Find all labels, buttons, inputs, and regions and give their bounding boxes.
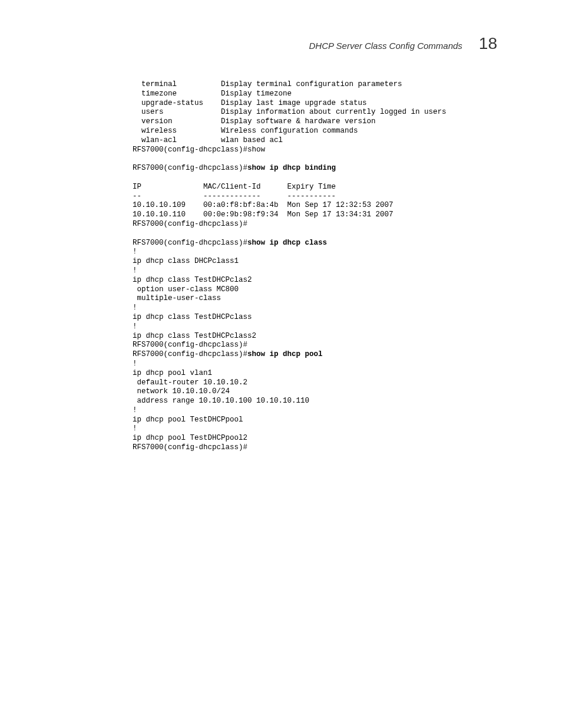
page: DHCP Server Class Config Commands 18 ter… — [0, 0, 562, 728]
header-title: DHCP Server Class Config Commands — [309, 41, 462, 51]
chapter-number: 18 — [479, 34, 497, 53]
content-area: terminal Display terminal configuration … — [0, 53, 562, 453]
page-header: DHCP Server Class Config Commands 18 — [0, 34, 562, 53]
cli-output: terminal Display terminal configuration … — [133, 80, 509, 453]
